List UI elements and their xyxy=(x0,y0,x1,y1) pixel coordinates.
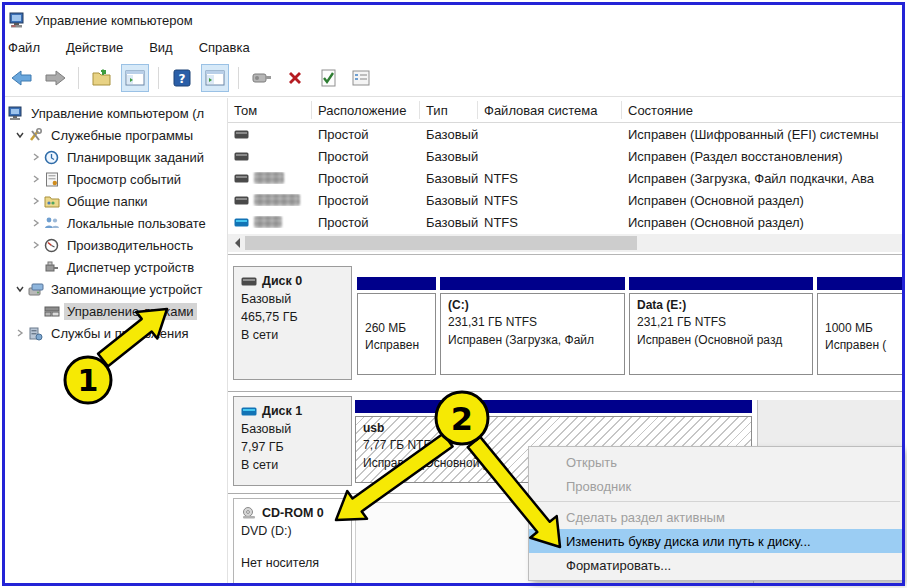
chevron-down-icon[interactable] xyxy=(13,130,27,140)
back-icon xyxy=(11,70,33,86)
volume-list-header: Том Расположение Тип Файловая система Со… xyxy=(228,98,902,123)
chevron-down-icon[interactable] xyxy=(13,284,27,294)
console-tree: Управление компьютером (л Служебные прог… xyxy=(5,98,228,583)
chevron-right-icon[interactable] xyxy=(29,196,43,206)
menu-bar: Файл Действие Вид Справка xyxy=(8,36,250,58)
horizontal-scrollbar[interactable] xyxy=(228,234,902,252)
console-button[interactable] xyxy=(248,64,276,92)
svg-text:?: ? xyxy=(179,72,186,86)
sidebar-item-label: Управление компьютером (л xyxy=(28,105,207,122)
disk1-type: Базовый xyxy=(241,420,344,438)
sidebar-item-device-manager[interactable]: Диспетчер устройств xyxy=(5,256,227,278)
sidebar-item-label: Общие папки xyxy=(64,193,151,210)
scheduler-icon xyxy=(43,150,60,165)
volume-row[interactable]: Простой Базовый Исправен (Раздел восстан… xyxy=(228,145,902,167)
column-header-filesystem[interactable]: Файловая система xyxy=(478,101,622,119)
partition-system[interactable]: 260 МБ Исправен xyxy=(357,277,436,375)
volume-row[interactable]: Простой Базовый NTFS Исправен (Загрузка,… xyxy=(228,167,902,189)
sidebar-item-label: Запоминающие устройст xyxy=(48,281,206,298)
menu-item-change-drive-letter[interactable]: Изменить букву диска или путь к диску... xyxy=(529,529,902,553)
column-header-layout[interactable]: Расположение xyxy=(312,101,420,119)
toolbar-separator xyxy=(78,67,79,89)
partition-color-bar xyxy=(440,277,625,290)
scroll-left-icon[interactable] xyxy=(228,234,245,252)
chevron-right-icon[interactable] xyxy=(29,240,43,250)
sidebar-item-task-scheduler[interactable]: Планировщик заданий xyxy=(5,146,227,168)
menu-item-mark-active[interactable]: Сделать раздел активным xyxy=(529,505,902,529)
event-log-icon xyxy=(43,172,60,187)
menu-item-format[interactable]: Форматировать... xyxy=(529,553,902,577)
delete-button[interactable] xyxy=(281,64,309,92)
partition-data-e[interactable]: Data (E:) 231,21 ГБ NTFS Исправен (Основ… xyxy=(629,277,813,375)
tools-icon xyxy=(27,128,44,143)
disk-icon xyxy=(241,277,257,286)
cdrom-info[interactable]: CD-ROM 0 DVD (D:) Нет носителя xyxy=(233,498,352,583)
sidebar-item-computer-management[interactable]: Управление компьютером (л xyxy=(5,102,227,124)
properties-icon xyxy=(352,70,370,86)
volume-row[interactable]: Простой Базовый NTFS Исправен (Основной … xyxy=(228,189,902,211)
sidebar-item-system-tools[interactable]: Служебные программы xyxy=(5,124,227,146)
partition-color-bar xyxy=(817,277,902,290)
cd-rom-icon xyxy=(241,507,257,519)
check-disk-button[interactable] xyxy=(314,64,342,92)
volume-row[interactable]: Простой Базовый NTFS Исправен (Основной … xyxy=(228,211,902,233)
sidebar-item-local-users[interactable]: Локальные пользовате xyxy=(5,212,227,234)
computer-icon xyxy=(7,106,24,121)
chevron-right-icon[interactable] xyxy=(29,174,43,184)
menu-help[interactable]: Справка xyxy=(199,40,250,55)
properties-button[interactable] xyxy=(347,64,375,92)
disk1-size: 7,97 ГБ xyxy=(241,438,344,456)
check-disk-icon xyxy=(320,69,337,87)
show-tree-pane-button[interactable] xyxy=(121,64,149,92)
storage-icon xyxy=(27,282,44,296)
sidebar-item-storage[interactable]: Запоминающие устройст xyxy=(5,278,227,300)
chevron-right-icon[interactable] xyxy=(13,328,27,338)
sidebar-item-label: Управление дисками xyxy=(64,303,197,320)
show-action-pane-button[interactable] xyxy=(201,64,229,92)
disk0-info[interactable]: Диск 0 Базовый 465,75 ГБ В сети xyxy=(233,266,352,380)
sidebar-item-shared-folders[interactable]: Общие папки xyxy=(5,190,227,212)
volume-row[interactable]: Простой Базовый Исправен (Шифрованный (E… xyxy=(228,123,902,145)
disk1-status: В сети xyxy=(241,456,344,474)
partition-recovery[interactable]: 1000 МБ Исправен ( xyxy=(817,277,902,375)
column-header-status[interactable]: Состояние xyxy=(622,101,902,119)
disk0-type: Базовый xyxy=(241,290,344,308)
column-header-type[interactable]: Тип xyxy=(420,101,478,119)
forward-icon xyxy=(44,70,66,86)
menu-item-explorer[interactable]: Проводник xyxy=(529,474,902,498)
partition-color-bar xyxy=(629,277,813,290)
sidebar-item-disk-management[interactable]: Управление дисками xyxy=(5,300,227,322)
menu-view[interactable]: Вид xyxy=(149,40,173,55)
users-icon xyxy=(43,216,60,230)
back-button[interactable] xyxy=(8,64,36,92)
forward-button[interactable] xyxy=(41,64,69,92)
open-folder-button[interactable] xyxy=(88,64,116,92)
removable-volume-icon xyxy=(234,218,249,227)
help-button[interactable]: ? xyxy=(168,64,196,92)
scrollbar-thumb[interactable] xyxy=(245,236,637,250)
column-header-volume[interactable]: Том xyxy=(228,101,312,119)
sidebar-item-performance[interactable]: Производительность xyxy=(5,234,227,256)
menu-item-open[interactable]: Открыть xyxy=(529,450,902,474)
chevron-right-icon[interactable] xyxy=(29,152,43,162)
sidebar-item-label: Локальные пользовате xyxy=(64,215,209,232)
show-action-pane-icon xyxy=(205,70,225,86)
computer-management-window: Управление компьютером Файл Действие Вид… xyxy=(0,0,907,588)
disk0-status: В сети xyxy=(241,326,344,344)
redacted-volume-name xyxy=(254,194,300,206)
chevron-right-icon[interactable] xyxy=(29,218,43,228)
partition-c[interactable]: (C:) 231,31 ГБ NTFS Исправен (Загрузка, … xyxy=(440,277,625,375)
sidebar-item-services-apps[interactable]: Службы и приложения xyxy=(5,322,227,344)
toolbar: ? xyxy=(8,62,375,94)
partition-context-menu: Открыть Проводник Сделать раздел активны… xyxy=(528,446,903,581)
menu-file[interactable]: Файл xyxy=(8,40,40,55)
sidebar-item-event-viewer[interactable]: Просмотр событий xyxy=(5,168,227,190)
menu-action[interactable]: Действие xyxy=(66,40,123,55)
performance-icon xyxy=(43,238,60,253)
app-icon xyxy=(8,11,26,29)
partition-color-bar xyxy=(357,277,436,290)
disk1-info[interactable]: Диск 1 Базовый 7,97 ГБ В сети xyxy=(233,396,352,486)
disk-row-separator xyxy=(228,391,902,392)
title-bar: Управление компьютером xyxy=(8,8,193,32)
sidebar-item-label: Диспетчер устройств xyxy=(64,259,197,276)
